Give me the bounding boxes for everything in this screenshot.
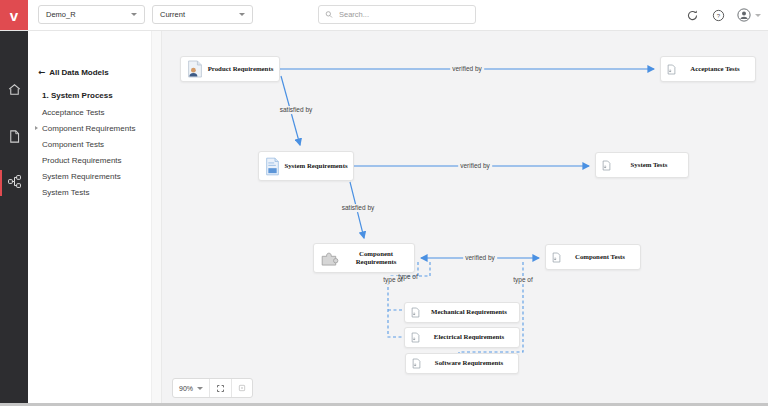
- sidebar-item-product-requirements[interactable]: Product Requirements: [42, 156, 122, 165]
- sidebar-item-label: Component Tests: [42, 140, 104, 149]
- sidebar-item-system-requirements[interactable]: System Requirements: [42, 172, 121, 181]
- user-avatar[interactable]: [737, 8, 751, 22]
- blue-document-icon: [265, 157, 280, 176]
- fit-view-icon: [238, 384, 246, 392]
- canvas-zoom-toolbar: 90%: [172, 378, 253, 398]
- node-label: System Requirements: [283, 162, 349, 170]
- sidebar-item-label: Product Requirements: [42, 156, 122, 165]
- icon-rail: [0, 30, 28, 406]
- logo-letter: v: [10, 7, 18, 24]
- top-header: v Demo_R Current ?: [0, 0, 768, 31]
- refresh-icon[interactable]: [686, 9, 699, 22]
- project-dropdown-value: Demo_R: [46, 10, 76, 19]
- test-file-icon: [552, 252, 561, 263]
- requirement-file-icon: [411, 307, 420, 318]
- sidebar-item-label: System Requirements: [42, 172, 121, 181]
- node-mechanical-requirements[interactable]: Mechanical Requirements: [404, 302, 520, 323]
- zoom-level-value: 90%: [179, 385, 193, 392]
- avatar-chevron-down-icon[interactable]: [755, 14, 761, 17]
- back-all-data-models[interactable]: ← All Data Models: [38, 67, 109, 77]
- back-arrow-icon: ←: [38, 67, 45, 77]
- sidebar: ← All Data Models 1. System Process Acce…: [28, 30, 162, 406]
- node-label: Acceptance Tests: [679, 65, 751, 73]
- app-window: v Demo_R Current ?: [0, 0, 768, 406]
- zoom-level-dropdown[interactable]: 90%: [173, 379, 209, 397]
- project-dropdown[interactable]: Demo_R: [38, 5, 145, 24]
- version-dropdown[interactable]: Current: [152, 5, 253, 24]
- edge-label-satisfied-by: satisfied by: [340, 204, 377, 212]
- sidebar-item-system-process[interactable]: 1. System Process: [42, 91, 113, 100]
- sidebar-item-label: 1. System Process: [42, 91, 113, 100]
- home-icon[interactable]: [7, 82, 22, 97]
- sidebar-item-label: System Tests: [42, 188, 89, 197]
- valispace-logo[interactable]: v: [0, 0, 28, 30]
- node-label: Component Tests: [564, 253, 636, 261]
- search-icon: [325, 10, 333, 19]
- puzzle-icon: [320, 249, 339, 268]
- version-dropdown-value: Current: [160, 10, 185, 19]
- chevron-down-icon: [131, 13, 137, 16]
- stakeholder-document-icon: [187, 60, 203, 78]
- diagram-canvas[interactable]: verified by satisfied by verified by sat…: [162, 30, 768, 406]
- node-label: Software Requirements: [424, 359, 514, 367]
- search-box[interactable]: [318, 5, 476, 24]
- edge-label-satisfied-by: satisfied by: [278, 106, 315, 114]
- node-software-requirements[interactable]: Software Requirements: [405, 353, 519, 374]
- fit-view-button[interactable]: [232, 379, 252, 397]
- node-acceptance-tests[interactable]: Acceptance Tests: [660, 56, 756, 82]
- help-icon[interactable]: ?: [712, 9, 725, 22]
- node-product-requirements[interactable]: Product Requirements: [180, 56, 280, 82]
- active-section-indicator: [0, 170, 2, 196]
- diagram-edges: [162, 30, 768, 406]
- data-model-icon[interactable]: [7, 174, 22, 189]
- edge-label-type-of: type of: [511, 276, 535, 284]
- sidebar-item-component-tests[interactable]: Component Tests: [42, 140, 104, 149]
- fullscreen-icon: [216, 384, 225, 393]
- test-file-icon: [602, 160, 611, 171]
- node-system-tests[interactable]: System Tests: [595, 152, 689, 178]
- node-label: Electrical Requirements: [423, 333, 515, 341]
- svg-text:?: ?: [717, 13, 721, 19]
- edge-label-type-of: type of: [396, 273, 420, 281]
- edge-label-verified-by: verified by: [463, 254, 497, 262]
- sidebar-item-label: Component Requirements: [42, 124, 135, 133]
- sidebar-item-label: Acceptance Tests: [42, 108, 105, 117]
- node-electrical-requirements[interactable]: Electrical Requirements: [404, 327, 520, 348]
- sidebar-item-acceptance-tests[interactable]: Acceptance Tests: [42, 108, 105, 117]
- sidebar-scrollbar[interactable]: [151, 30, 161, 406]
- back-label: All Data Models: [49, 68, 109, 77]
- requirement-file-icon: [412, 358, 421, 369]
- test-file-icon: [667, 64, 676, 75]
- node-component-requirements[interactable]: Component Requirements: [313, 243, 415, 273]
- node-label: Component Requirements: [342, 250, 410, 266]
- node-label: Product Requirements: [206, 65, 275, 73]
- chevron-down-icon: [239, 13, 245, 16]
- document-icon[interactable]: [7, 129, 22, 144]
- requirement-file-icon: [411, 332, 420, 343]
- search-input[interactable]: [337, 9, 469, 20]
- node-system-requirements[interactable]: System Requirements: [258, 151, 354, 181]
- chevron-down-icon: [197, 387, 203, 390]
- sidebar-item-system-tests[interactable]: System Tests: [42, 188, 89, 197]
- edge-label-verified-by: verified by: [450, 65, 484, 73]
- fullscreen-button[interactable]: [210, 379, 231, 397]
- node-label: System Tests: [614, 161, 684, 169]
- sidebar-item-component-requirements[interactable]: Component Requirements: [42, 124, 135, 133]
- node-label: Mechanical Requirements: [423, 308, 515, 316]
- edge-label-verified-by: verified by: [458, 162, 492, 170]
- node-component-tests[interactable]: Component Tests: [545, 244, 641, 270]
- expand-caret-icon[interactable]: [35, 126, 38, 130]
